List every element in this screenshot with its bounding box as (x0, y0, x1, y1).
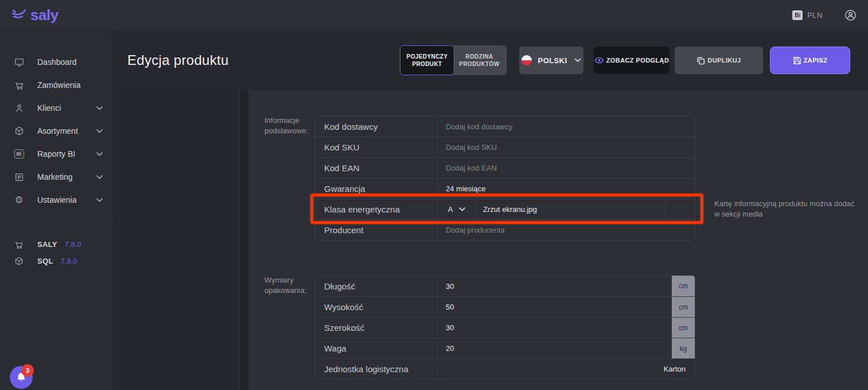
sidebar-item-zamowienia[interactable]: Zamówienia (0, 74, 113, 96)
field-label: Kod dostawcy (315, 116, 438, 137)
cube-icon (13, 126, 25, 137)
language-selector[interactable]: POLSKI (519, 47, 583, 74)
field-label: Gwarancja (315, 179, 438, 199)
bi-currency-icon: Bi (792, 10, 803, 20)
chevron-down-icon (96, 152, 103, 156)
kod-sku-input[interactable] (438, 137, 695, 157)
logo-text: saly (30, 6, 59, 24)
sidebar-item-marketing[interactable]: Marketing (0, 165, 113, 188)
account-icon[interactable] (844, 9, 857, 21)
save-label: ZAPISZ (804, 57, 828, 64)
form-row-waga: Waga kg (315, 338, 695, 358)
currency-label[interactable]: PLN (807, 11, 823, 20)
sidebar-item-asortyment[interactable]: Asortyment (0, 119, 113, 142)
chevron-down-icon (96, 129, 103, 133)
wysokosc-input[interactable] (438, 297, 672, 317)
trailing-cell (665, 199, 695, 219)
field-label: Waga (315, 338, 438, 358)
dlugosc-input[interactable] (438, 276, 672, 296)
cart-icon (13, 80, 25, 91)
form-row-wysokosc: Wysokość cm (315, 296, 695, 317)
form-row-kod-sku: Kod SKU (315, 137, 695, 157)
sidebar-item-label: Marketing (37, 172, 72, 182)
notifications-button[interactable]: 3 (10, 366, 33, 389)
kod-ean-input[interactable] (438, 158, 695, 178)
secondary-panel (113, 90, 239, 390)
preview-label: ZOBACZ PODGLĄD (606, 57, 669, 64)
page-header: Edycja produktu POJEDYNCZY PRODUKT RODZI… (113, 30, 868, 90)
person-icon (13, 103, 25, 114)
save-icon (793, 56, 801, 65)
field-label: Jednostka logistyczna (315, 359, 438, 379)
notification-badge: 3 (21, 364, 34, 377)
chevron-down-icon (96, 198, 103, 202)
product-family-tab[interactable]: RODZINA PRODUKTÓW (452, 45, 507, 75)
eye-icon (594, 57, 604, 64)
sidebar-item-dashboard[interactable]: Dashboard (0, 51, 113, 74)
form-row-szerokosc: Szerokość cm (315, 317, 695, 338)
version-number: 7.8.0 (61, 257, 77, 265)
szerokosc-input[interactable] (438, 318, 672, 338)
sidebar-item-label: Ustawienia (37, 195, 76, 204)
dimensions-card: Długość cm Wysokość cm Szerokość cm Waga… (314, 275, 695, 380)
section-label-basic-info: Informacje podstawowe: (264, 115, 308, 136)
version-number: 7.8.0 (65, 240, 81, 249)
version-saly: SALY 7.8.0 (0, 236, 113, 253)
kod-dostawcy-input[interactable] (438, 116, 695, 137)
sidebar-item-ustawienia[interactable]: ⚙ Ustawienia (0, 188, 113, 211)
poland-flag-icon (521, 55, 532, 65)
sidebar-divider (0, 221, 113, 222)
gwarancja-input[interactable] (438, 179, 695, 199)
sidebar-item-klienci[interactable]: Klienci (0, 96, 113, 119)
field-label: Klasa energetyczna (315, 199, 438, 219)
monitor-icon (13, 57, 25, 68)
waga-input[interactable] (438, 338, 672, 358)
preview-button[interactable]: ZOBACZ PODGLĄD (594, 47, 670, 74)
version-sql: SQL 7.8.0 (0, 253, 113, 269)
bi-icon: Bi (13, 149, 25, 159)
main-content: Informacje podstawowe: Kod dostawcy Kod … (248, 90, 868, 390)
save-button[interactable]: ZAPISZ (770, 47, 850, 74)
form-row-kod-dostawcy: Kod dostawcy (315, 116, 695, 137)
document-icon (13, 172, 25, 183)
single-product-tab[interactable]: POJEDYNCZY PRODUKT (400, 45, 454, 75)
energy-class-file-input[interactable] (476, 199, 665, 219)
topbar: saly Bi PLN (0, 0, 868, 30)
duplicate-button[interactable]: DUPLIKUJ (675, 47, 763, 74)
gear-icon: ⚙ (13, 195, 25, 205)
unit-badge: cm (672, 276, 695, 296)
saly-logo[interactable]: saly (10, 6, 59, 24)
unit-badge: cm (672, 297, 695, 317)
sidebar-item-raporty-bi[interactable]: Bi Raporty BI (0, 142, 113, 165)
section-label-dimensions: Wymiary opakowania: (264, 275, 306, 296)
form-row-producent: Producent (315, 219, 695, 240)
energy-class-value: A (448, 205, 453, 214)
field-label: Kod SKU (315, 137, 438, 157)
form-row-jednostka-logistyczna: Jednostka logistyczna (315, 358, 695, 379)
version-label: SQL (37, 257, 53, 265)
form-row-dlugosc: Długość cm (315, 276, 695, 296)
sidebar: Dashboard Zamówienia Klienci (0, 30, 113, 390)
media-section-note: Kartę informacyjną produktu można dodać … (714, 199, 854, 219)
sidebar-item-label: Dashboard (37, 57, 77, 67)
unit-badge: cm (672, 318, 695, 338)
field-label: Kod EAN (315, 158, 438, 178)
chevron-down-icon (459, 207, 465, 211)
sidebar-item-label: Klienci (37, 103, 61, 113)
saly-cart-icon (10, 7, 29, 22)
unit-badge: kg (672, 338, 695, 358)
form-row-klasa-energetyczna: Klasa energetyczna A (315, 199, 695, 219)
scrollbar[interactable] (240, 90, 248, 390)
cart-icon (13, 240, 25, 250)
copy-icon (696, 56, 705, 65)
sidebar-item-label: Raporty BI (37, 149, 75, 159)
basic-info-card: Kod dostawcy Kod SKU Kod EAN Gwarancja K… (314, 115, 695, 241)
sidebar-item-label: Zamówienia (37, 80, 80, 90)
producent-input[interactable] (438, 220, 695, 240)
field-label: Producent (315, 220, 438, 240)
jednostka-logistyczna-input[interactable] (438, 359, 695, 379)
form-row-kod-ean: Kod EAN (315, 157, 695, 178)
energy-class-select[interactable]: A (438, 199, 476, 219)
field-label: Wysokość (315, 297, 438, 317)
page-title: Edycja produktu (127, 52, 229, 68)
